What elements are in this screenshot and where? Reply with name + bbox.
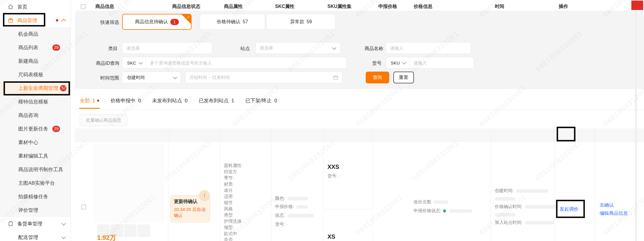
sidebar-item-product-manual-tool[interactable]: 商品说明书制作工具 [0, 163, 71, 176]
search-button[interactable]: 查询 [366, 72, 389, 83]
edit-product-info-link[interactable]: 编辑商品信息 [600, 210, 628, 217]
th-product-attrs: 商品属性 [224, 0, 243, 13]
sidebar-item-product-consult[interactable]: 商品咨询 [0, 108, 71, 122]
alert-icon: ! [199, 190, 210, 201]
attr-line: 类型 [224, 212, 233, 218]
attr-line: 风格 [224, 206, 233, 212]
artno-group[interactable]: SKU [386, 57, 474, 69]
sku-artno: 货号: · [327, 173, 340, 179]
tab-removed[interactable]: 已下架/终止0 [245, 97, 277, 104]
tab-count: 0 [138, 98, 141, 104]
sidebar-item-label: 素材编辑工具 [18, 153, 48, 159]
attr-line: 款式中 [224, 231, 237, 237]
skc-line: 货号: · [275, 222, 288, 227]
sidebar-item-model-info-template[interactable]: 模特信息模板 [0, 95, 71, 108]
artno-type-select[interactable]: SKU [386, 57, 409, 68]
sidebar-item-label: 配送管理 [18, 234, 38, 241]
tab-label: 全部 [80, 97, 90, 104]
product-id-label: 商品ID查询 [96, 60, 119, 67]
quick-card-label: 商品信息待确认 [135, 19, 168, 25]
th-declared-price: 申报价格 [378, 0, 397, 13]
skc-line: 颜色: [275, 196, 308, 201]
quick-filter-label: 快速筛选 [100, 19, 119, 26]
time-type-value: 创建时间 [122, 75, 149, 80]
tab-published[interactable]: 已发布到站点1 [199, 97, 234, 104]
tab-count: 1 [231, 98, 234, 104]
th-price-info: 价格信息 [414, 0, 432, 13]
divider [555, 128, 555, 241]
tab-label: 未发布到站点 [152, 97, 182, 104]
id-type-select[interactable]: SKC [122, 57, 146, 68]
price-info-line: 改价次数 [414, 199, 448, 205]
reset-button[interactable]: 重置 [393, 72, 414, 83]
attr-line: 适用 [224, 194, 233, 199]
attr-line: 面料属性: [224, 163, 243, 169]
tab-not-published[interactable]: 未发布到站点0 [152, 97, 187, 104]
artno-type-value: SKU [391, 60, 400, 65]
search-button-label: 查询 [373, 75, 382, 81]
sidebar-item-photo-retouch-task[interactable]: 拍摄精修任务 [0, 190, 71, 203]
product-thumbnail[interactable] [124, 225, 137, 237]
sidebar-submenu: 机会商品 商品列表29 新建商品 尺码表模板 上新生命周期管理57 模特信息模板… [0, 27, 71, 217]
quick-card-info-pending[interactable]: 商品信息待确认 1 ✓ [122, 14, 192, 30]
th-product-info-status: 商品信息状态 [172, 0, 200, 13]
go-confirm-link[interactable]: 去确认 [600, 202, 614, 208]
sidebar-item-new-product[interactable]: 新建商品 [0, 54, 71, 68]
status-tabs: 全部1 价格申报中0 未发布到站点0 已发布到站点1 已下架/终止0 [80, 97, 277, 104]
date-range-input[interactable]: 开始时间 ~ 结束时间 [185, 72, 343, 83]
annotation-box-launch-lifecycle [4, 81, 70, 95]
divider [372, 128, 373, 241]
category-input[interactable] [122, 42, 212, 54]
time-range-label: 时间范围 [100, 75, 119, 81]
product-id-input[interactable] [146, 60, 347, 65]
select-all-checkbox[interactable] [81, 0, 86, 13]
sidebar: 首页 商品管理 机会商品 商品列表29 新建商品 尺码表模板 上新生命周期管理5… [0, 0, 71, 241]
product-id-group[interactable]: SKC [122, 57, 347, 69]
count-badge: 29 [52, 126, 60, 132]
chevron-down-icon [173, 75, 177, 79]
sidebar-item-material-center[interactable]: 素材中心 [0, 136, 71, 149]
sidebar-item-home[interactable]: 首页 [0, 0, 71, 14]
skc-line: 状态: [275, 213, 314, 218]
tab-count: 0 [185, 98, 187, 104]
sidebar-item-product-list[interactable]: 商品列表29 [0, 41, 71, 54]
sidebar-item-label: 模特信息模板 [18, 98, 48, 105]
skc-line: 申报价格: [275, 204, 308, 209]
attr-line: 材质 [224, 181, 233, 187]
sidebar-item-review-mgmt[interactable]: 评价管理 [0, 203, 71, 217]
sidebar-item-material-edit-tool[interactable]: 素材编辑工具 [0, 149, 71, 163]
product-name-input[interactable] [386, 42, 471, 54]
quick-card-price-pending[interactable]: 价格待确认 57 [200, 14, 265, 30]
sidebar-item-stock-mgmt[interactable]: 备货单管理 [0, 217, 71, 230]
sidebar-item-label: 机会商品 [18, 31, 38, 37]
home-icon [8, 4, 14, 10]
product-thumbnail[interactable] [138, 225, 150, 237]
sidebar-item-delivery-mgmt[interactable]: 配送管理 [0, 230, 71, 241]
chevron-down-icon [61, 221, 66, 226]
th-product-info: 商品信息 [95, 0, 114, 13]
attr-line: 领型: [224, 225, 234, 230]
scrollbar[interactable] [635, 0, 637, 241]
time-line: 创建时间: [495, 188, 548, 194]
sidebar-item-opportunity-products[interactable]: 机会商品 [0, 27, 71, 41]
sidebar-item-label: 首页 [17, 4, 27, 10]
time-line-value [495, 212, 515, 217]
divider [168, 128, 168, 241]
sidebar-item-main-image-ab-test[interactable]: 主图AB实验平台 [0, 176, 71, 190]
sidebar-item-size-chart-template[interactable]: 尺码表模板 [0, 68, 71, 81]
row-checkbox[interactable] [81, 204, 86, 209]
divider [323, 209, 373, 209]
tab-all[interactable]: 全部1 [80, 97, 99, 104]
site-select[interactable]: 请选择 [255, 42, 341, 54]
batch-confirm-button[interactable]: 批量确认商品信息 [80, 114, 127, 126]
attr-line: 织造方 [224, 169, 237, 175]
sidebar-item-label: 新建商品 [18, 58, 38, 65]
artno-input[interactable] [409, 60, 474, 65]
tab-price-declaring[interactable]: 价格申报中0 [110, 97, 141, 104]
sidebar-item-label: 尺码表模板 [18, 71, 43, 78]
quick-card-abnormal[interactable]: 异常款 59 [266, 14, 336, 30]
red-dot-indicator [56, 19, 58, 22]
attr-line: 成分 [224, 188, 233, 193]
sidebar-item-image-update-task[interactable]: 图片更新任务29 [0, 122, 71, 136]
time-type-select[interactable]: 创建时间 [122, 72, 181, 83]
